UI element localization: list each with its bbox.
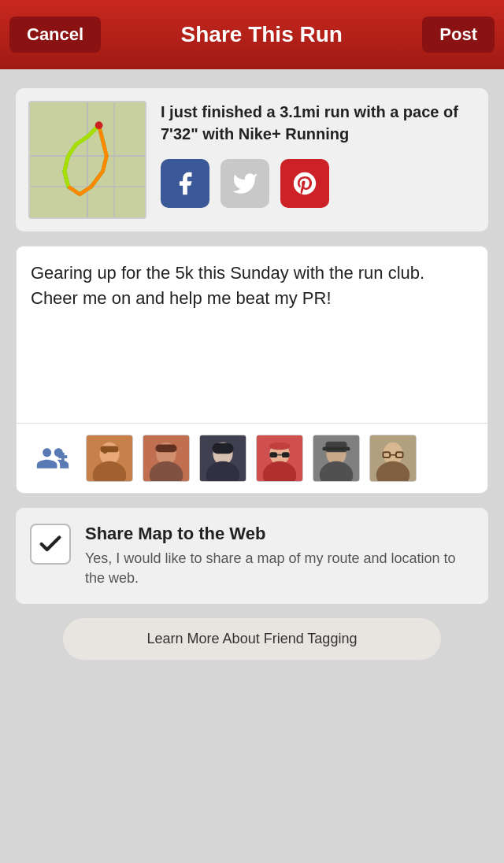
- run-description: I just finished a 3.1mi run with a pace …: [161, 101, 476, 145]
- friend-avatar-6[interactable]: [369, 435, 417, 482]
- share-map-section: Share Map to the Web Yes, I would like t…: [16, 508, 488, 604]
- svg-rect-18: [212, 443, 233, 454]
- learn-more-button[interactable]: Learn More About Friend Tagging: [63, 618, 441, 660]
- svg-point-5: [95, 121, 103, 129]
- twitter-button[interactable]: [220, 159, 269, 208]
- svg-rect-23: [269, 452, 277, 457]
- post-button[interactable]: Post: [422, 17, 495, 53]
- friend-avatar-3[interactable]: [199, 435, 246, 482]
- content-area: I just finished a 3.1mi run with a pace …: [0, 69, 504, 676]
- share-map-title: Share Map to the Web: [85, 524, 474, 544]
- header: Cancel Share This Run Post: [0, 0, 504, 69]
- share-map-checkbox[interactable]: [30, 524, 71, 565]
- friends-row: [17, 424, 487, 493]
- cancel-button[interactable]: Cancel: [9, 17, 101, 53]
- page-title: Share This Run: [181, 22, 343, 47]
- post-message-input[interactable]: Gearing up for the 5k this Sunday with t…: [17, 246, 487, 420]
- add-friend-button[interactable]: [29, 438, 76, 479]
- share-map-text: Share Map to the Web Yes, I would like t…: [85, 524, 474, 588]
- run-info: I just finished a 3.1mi run with a pace …: [161, 101, 476, 208]
- post-card: Gearing up for the 5k this Sunday with t…: [16, 246, 488, 494]
- share-map-description: Yes, I would like to share a map of my r…: [85, 549, 474, 588]
- svg-rect-30: [323, 447, 350, 451]
- svg-rect-14: [155, 445, 176, 453]
- svg-rect-10: [100, 446, 118, 453]
- facebook-button[interactable]: [161, 159, 209, 208]
- social-buttons-row: [161, 159, 476, 208]
- run-preview-card: I just finished a 3.1mi run with a pace …: [16, 88, 488, 231]
- friend-avatar-5[interactable]: [313, 435, 360, 482]
- friend-avatar-4[interactable]: [256, 435, 303, 482]
- pinterest-button[interactable]: [280, 159, 329, 208]
- friend-avatar-2[interactable]: [143, 435, 190, 482]
- svg-point-22: [269, 443, 290, 450]
- svg-rect-24: [282, 452, 290, 457]
- route-map-thumbnail: [28, 101, 146, 219]
- friend-avatar-1[interactable]: [86, 435, 133, 482]
